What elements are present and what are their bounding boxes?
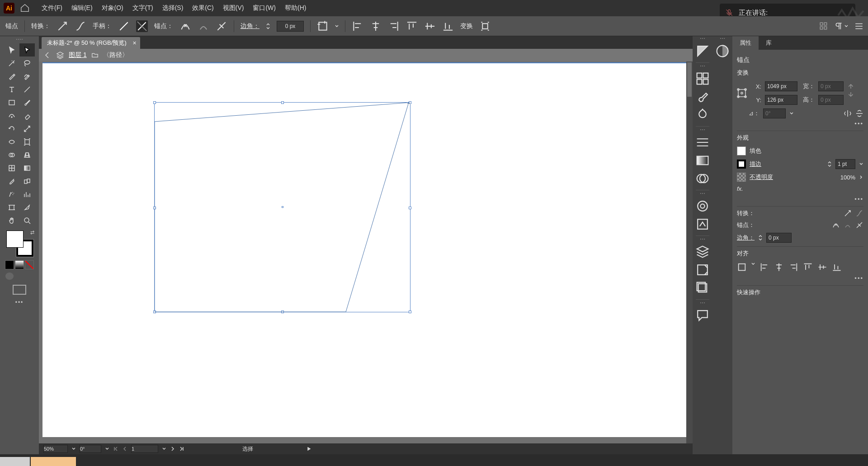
symbols-panel-icon[interactable] bbox=[695, 107, 710, 122]
vertical-scrollbar[interactable] bbox=[686, 61, 693, 443]
paintbrush-tool[interactable] bbox=[19, 96, 35, 109]
magic-wand-tool[interactable] bbox=[4, 56, 19, 70]
cut-path-button[interactable] bbox=[216, 20, 227, 32]
chevron-down-icon[interactable] bbox=[751, 262, 755, 266]
cut-path-button[interactable] bbox=[855, 221, 863, 229]
grid-view-icon[interactable] bbox=[819, 22, 828, 31]
chevron-down-icon[interactable] bbox=[71, 447, 76, 451]
stepper-up-icon[interactable] bbox=[827, 160, 832, 164]
panel-grip-icon[interactable] bbox=[696, 66, 709, 68]
stepper-up-icon[interactable] bbox=[266, 22, 270, 26]
y-input[interactable] bbox=[765, 95, 797, 105]
convert-smooth-button[interactable] bbox=[855, 209, 863, 217]
selected-anchor-point[interactable] bbox=[407, 103, 410, 104]
menu-help[interactable]: 帮助(H) bbox=[281, 2, 310, 14]
transform-label[interactable]: 变换 bbox=[460, 22, 473, 30]
stepper-down-icon[interactable] bbox=[827, 164, 832, 168]
menu-file[interactable]: 文件(F) bbox=[38, 2, 66, 14]
handle-show-button[interactable] bbox=[118, 20, 130, 32]
align-to-button[interactable] bbox=[737, 262, 747, 272]
stepper-down-icon[interactable] bbox=[758, 238, 763, 241]
align-bottom-button[interactable] bbox=[442, 20, 454, 32]
more-options-button[interactable]: ••• bbox=[737, 120, 863, 127]
chevron-down-icon[interactable] bbox=[105, 447, 109, 451]
menu-object[interactable]: 对象(O) bbox=[98, 2, 127, 14]
shape-builder-tool[interactable] bbox=[4, 148, 19, 161]
taskbar-segment[interactable] bbox=[0, 457, 30, 466]
menu-effect[interactable]: 效果(C) bbox=[189, 2, 217, 14]
height-input[interactable] bbox=[818, 95, 844, 105]
hand-tool[interactable] bbox=[4, 214, 19, 227]
chevron-down-icon[interactable] bbox=[789, 111, 794, 116]
more-options-button[interactable]: ••• bbox=[737, 196, 863, 202]
flip-vertical-icon[interactable] bbox=[855, 109, 863, 118]
scale-tool[interactable] bbox=[19, 122, 35, 135]
lasso-tool[interactable] bbox=[19, 56, 35, 70]
opacity-swatch[interactable] bbox=[737, 173, 746, 182]
breadcrumb-layer-link[interactable]: 图层 1 bbox=[69, 51, 87, 59]
tab-properties[interactable]: 属性 bbox=[732, 36, 759, 50]
graphic-styles-panel-icon[interactable] bbox=[695, 217, 710, 232]
link-wh-icon[interactable] bbox=[847, 81, 854, 99]
fx-button[interactable]: fx. bbox=[737, 185, 743, 192]
perspective-grid-tool[interactable] bbox=[19, 148, 35, 161]
align-right-button[interactable] bbox=[788, 262, 798, 272]
panel-grip-icon[interactable] bbox=[10, 39, 28, 42]
align-vcenter-button[interactable] bbox=[424, 20, 436, 32]
brushes-panel-icon[interactable] bbox=[695, 89, 710, 104]
align-bottom-button[interactable] bbox=[832, 262, 842, 272]
canvas-viewport[interactable] bbox=[39, 61, 693, 443]
menu-type[interactable]: 文字(T) bbox=[129, 2, 157, 14]
eyedropper-tool[interactable] bbox=[4, 174, 19, 188]
document-tab[interactable]: 未标题-2* @ 50 % (RGB/预览) × bbox=[42, 37, 140, 49]
menu-select[interactable]: 选择(S) bbox=[159, 2, 187, 14]
eraser-tool[interactable] bbox=[19, 109, 35, 122]
width-input[interactable] bbox=[818, 81, 844, 91]
path-shape[interactable] bbox=[155, 103, 410, 313]
opacity-label[interactable]: 不透明度 bbox=[750, 173, 773, 181]
transparency-panel-icon[interactable] bbox=[695, 171, 710, 186]
artboard-tool[interactable] bbox=[4, 201, 19, 214]
remove-anchor-button[interactable] bbox=[179, 20, 191, 32]
convert-corner-button[interactable] bbox=[844, 209, 852, 217]
flip-horizontal-icon[interactable] bbox=[844, 109, 852, 118]
stroke-panel-icon[interactable] bbox=[695, 135, 710, 150]
close-tab-button[interactable]: × bbox=[133, 39, 137, 47]
selection-tool[interactable] bbox=[4, 43, 19, 56]
x-input[interactable] bbox=[765, 81, 797, 91]
align-right-button[interactable] bbox=[388, 20, 400, 32]
connect-anchors-button[interactable] bbox=[198, 20, 209, 32]
column-graph-tool[interactable] bbox=[19, 188, 35, 201]
fill-swatch[interactable] bbox=[737, 146, 746, 155]
gradient-tool[interactable] bbox=[19, 161, 35, 174]
comments-panel-icon[interactable] bbox=[695, 308, 710, 323]
layers-icon[interactable] bbox=[56, 51, 64, 59]
gradient-panel-icon[interactable] bbox=[695, 153, 710, 168]
taskbar-segment-active[interactable] bbox=[31, 457, 76, 466]
menu-view[interactable]: 视图(V) bbox=[219, 2, 248, 14]
stroke-swatch[interactable] bbox=[737, 160, 746, 169]
home-icon[interactable] bbox=[20, 3, 30, 13]
panel-grip-icon[interactable] bbox=[696, 302, 709, 305]
convert-smooth-button[interactable] bbox=[75, 20, 86, 32]
corner-label[interactable]: 边角： bbox=[241, 22, 259, 30]
angle-input[interactable] bbox=[763, 108, 786, 118]
appearance-panel-icon[interactable] bbox=[695, 198, 710, 214]
isolate-button[interactable] bbox=[479, 20, 491, 32]
line-tool[interactable] bbox=[19, 83, 35, 96]
color-swatches[interactable]: ⇄ bbox=[5, 230, 34, 259]
solid-color-button[interactable] bbox=[5, 260, 14, 269]
reference-point-icon[interactable] bbox=[737, 83, 747, 103]
align-top-button[interactable] bbox=[803, 262, 813, 272]
none-color-button[interactable] bbox=[25, 260, 34, 269]
gradient-color-button[interactable] bbox=[15, 260, 24, 269]
color-guide-panel-icon[interactable] bbox=[715, 43, 730, 59]
swap-colors-icon[interactable]: ⇄ bbox=[30, 230, 34, 235]
chevron-down-icon[interactable] bbox=[335, 24, 339, 28]
last-artboard-icon[interactable] bbox=[179, 446, 184, 452]
asset-export-panel-icon[interactable] bbox=[695, 262, 710, 278]
align-left-button[interactable] bbox=[352, 20, 363, 32]
prev-artboard-icon[interactable] bbox=[122, 446, 127, 452]
layers-panel-icon[interactable] bbox=[695, 244, 710, 259]
shaper-tool[interactable] bbox=[4, 109, 19, 122]
